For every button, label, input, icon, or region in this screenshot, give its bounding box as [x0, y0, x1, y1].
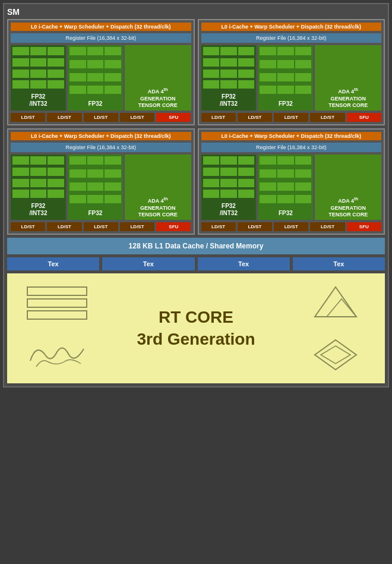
cell [69, 73, 86, 81]
cell [317, 47, 347, 55]
cell [105, 47, 121, 55]
cell [48, 47, 64, 55]
cell [69, 86, 86, 94]
cell [277, 60, 294, 68]
cell [48, 156, 64, 165]
cell [295, 60, 312, 68]
cell [349, 175, 380, 184]
cell [203, 70, 220, 78]
svg-rect-1 [27, 299, 87, 307]
cell [12, 179, 29, 187]
col-tensor-3: ADA 4thGENERATIONTENSOR CORE [315, 155, 381, 220]
cell [159, 66, 189, 74]
tensor-cells-2 [125, 155, 191, 195]
cell [317, 185, 347, 193]
tensor-label-2: ADA 4thGENERATIONTENSOR CORE [125, 195, 191, 222]
cell [69, 47, 86, 55]
cell [295, 47, 312, 55]
cell [105, 73, 121, 81]
fp32-int32-cells-3 [201, 155, 257, 201]
tex-0: Tex [7, 257, 99, 270]
cell [295, 169, 312, 178]
cell [220, 70, 237, 78]
cell [203, 179, 220, 187]
l0-header-1: L0 i-Cache + Warp Scheduler + Dispatch (… [201, 23, 382, 31]
fp32-label-3: FP32 [258, 209, 313, 220]
cell [277, 169, 294, 178]
cell [203, 168, 220, 176]
cell [48, 80, 64, 89]
cell [277, 73, 294, 81]
col-tensor-0: ADA 4thGENERATIONTENSOR CORE [125, 45, 191, 111]
cell [317, 166, 347, 174]
ldst-2-3: LD/ST [120, 222, 154, 231]
cell [87, 182, 104, 191]
cell [260, 47, 276, 55]
sfu-1: SFU [347, 113, 381, 122]
rt-shape-diamond [290, 337, 380, 373]
cell [238, 168, 255, 176]
fp32-int32-label-2: FP32/INT32 [11, 201, 66, 220]
tensor-cells-0 [125, 45, 191, 86]
cell [105, 86, 121, 94]
sfu-0: SFU [156, 113, 191, 122]
fp32-label-0: FP32 [68, 99, 123, 111]
fp32-int32-cells-0 [11, 45, 66, 92]
cell [127, 175, 157, 184]
tex-3: Tex [293, 257, 385, 270]
cell [48, 58, 64, 67]
tex-1: Tex [102, 257, 194, 270]
l0-header-3: L0 i-Cache + Warp Scheduler + Dispatch (… [201, 132, 382, 140]
cell [220, 179, 237, 187]
cell [277, 195, 294, 203]
fp32-cells-2 [68, 155, 123, 209]
cell [349, 185, 380, 193]
cell [349, 166, 380, 174]
cell [30, 47, 47, 55]
cell [295, 86, 312, 94]
cell [12, 47, 29, 55]
cell [30, 156, 47, 165]
l0-header-0: L0 i-Cache + Warp Scheduler + Dispatch (… [11, 23, 191, 31]
cell [220, 47, 237, 55]
ldst-2-1: LD/ST [47, 222, 81, 231]
cell [69, 195, 86, 203]
cell [87, 195, 104, 203]
cell [220, 58, 237, 67]
cell [260, 86, 276, 94]
fp32-cells-3 [258, 155, 313, 209]
fp32-int32-label-1: FP32/INT32 [201, 92, 257, 111]
col-fp32-1: FP32 [258, 45, 313, 111]
cell [203, 80, 220, 89]
rt-core-section: RT CORE 3rd Generation [7, 273, 385, 383]
cell [277, 182, 294, 191]
col-fp32-2: FP32 [68, 155, 123, 220]
cell [295, 182, 312, 191]
cell [30, 190, 47, 198]
cell [69, 156, 86, 165]
tex-row: Tex Tex Tex Tex [7, 257, 385, 270]
cell [349, 47, 380, 55]
cell [12, 70, 29, 78]
tensor-cells-3 [315, 155, 381, 195]
cell [317, 175, 347, 184]
reg-file-2: Register File (16,384 x 32-bit) [11, 143, 191, 152]
tensor-label-1: ADA 4thGENERATIONTENSOR CORE [315, 86, 381, 112]
cell [127, 56, 157, 65]
cell [260, 169, 276, 178]
quad-grid: L0 i-Cache + Warp Scheduler + Dispatch (… [7, 19, 385, 235]
rt-shape-squiggle [12, 337, 102, 373]
cell [105, 156, 121, 165]
fp32-cells-0 [68, 45, 123, 99]
svg-rect-2 [27, 311, 87, 319]
cell [159, 75, 189, 84]
ldst-3-0: LD/ST [201, 222, 236, 231]
cell [69, 169, 86, 178]
fp32-label-1: FP32 [258, 99, 313, 111]
cell [203, 156, 220, 165]
col-fp32-int32-3: FP32/INT32 [201, 155, 257, 220]
rt-core-label: RT CORE 3rd Generation [106, 307, 286, 350]
cell [127, 47, 157, 55]
cell [238, 190, 255, 198]
l1-cache: 128 KB L1 Data Cache / Shared Memory [7, 238, 385, 254]
